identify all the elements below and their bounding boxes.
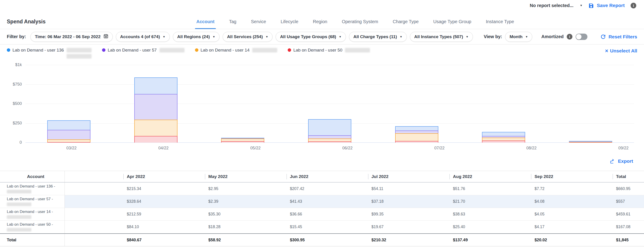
legend-item-label: Lab on Demand - user 136	[12, 48, 64, 53]
value-cell: $37.18	[368, 195, 450, 208]
chevron-down-icon: ▼	[466, 35, 468, 38]
legend-item-0[interactable]: Lab on Demand - user 136	[7, 48, 92, 59]
account-cell: Lab on Demand - user 14 -	[0, 208, 65, 221]
chevron-down-icon[interactable]: ▼	[580, 4, 583, 7]
column-header-total: Total	[613, 174, 644, 179]
bar-segment	[308, 119, 351, 135]
filter-pill-0[interactable]: Time: 06 Mar 2022 - 06 Sep 2022	[30, 32, 112, 42]
legend-dot-icon	[7, 48, 10, 52]
x-axis-label: 03/22	[58, 146, 85, 151]
total-value-cell: $1,845	[613, 238, 644, 243]
bar-segment	[221, 138, 264, 138]
column-header-label: Jul 2022	[372, 174, 388, 179]
bar-segment	[47, 139, 90, 142]
redacted-text	[252, 48, 277, 52]
spend-table: AccountApr 2022May 2022Jun 2022Jul 2022A…	[0, 171, 644, 246]
legend-item-row: Lab on Demand - user 14	[201, 48, 277, 53]
bar-segment	[134, 120, 178, 136]
legend-item-body: Lab on Demand - user 50	[293, 48, 370, 53]
chevron-down-icon: ▼	[212, 35, 215, 38]
tab-account[interactable]: Account	[195, 19, 216, 29]
column-header-aug-2022: Aug 2022	[450, 174, 531, 179]
bar-segment	[47, 130, 90, 139]
filter-pill-label: All Charge Types (11)	[353, 34, 397, 39]
legend-item-label: Lab on Demand - user 57	[108, 48, 156, 53]
gridline	[26, 65, 634, 65]
tab-usage-type-group[interactable]: Usage Type Group	[432, 19, 473, 29]
value-cell: $459.61	[613, 212, 644, 217]
total-value-cell: $137.49	[450, 238, 531, 243]
legend-item-body: Lab on Demand - user 136	[12, 48, 92, 59]
filter-pills: Time: 06 Mar 2022 - 06 Sep 2022Accounts …	[30, 32, 473, 42]
value-cell: $7.72	[531, 186, 613, 191]
column-header-label: Aug 2022	[453, 174, 472, 179]
unselect-all-label: Unselect All	[610, 48, 637, 54]
tab-operating-system[interactable]: Operating System	[340, 19, 380, 29]
value-cell: $41.43	[286, 195, 368, 208]
empty-column	[65, 171, 124, 182]
filter-pill-3[interactable]: All Services (254)▼	[223, 32, 272, 42]
tab-service[interactable]: Service	[250, 19, 268, 29]
tab-charge-type[interactable]: Charge Type	[391, 19, 420, 29]
table-row: Lab on Demand - user 57 -$328.64$2.39$41…	[0, 195, 644, 208]
column-header-label: Apr 2022	[127, 174, 145, 179]
column-header-apr-2022: Apr 2022	[124, 174, 205, 179]
account-column-header: Account	[0, 171, 65, 182]
bar-segment	[308, 135, 351, 138]
x-axis-label: 08/22	[518, 146, 545, 151]
filter-pill-4[interactable]: All Usage Type Groups (68)▼	[276, 32, 346, 42]
value-cell: $21.70	[450, 195, 531, 208]
amortized-toggle[interactable]	[576, 34, 588, 40]
save-report-button[interactable]: Save Report	[588, 3, 625, 8]
filter-pill-6[interactable]: All Instance Types (507)▼	[410, 32, 473, 42]
legend-item-row: Lab on Demand - user 136	[12, 48, 92, 53]
filter-pill-label: All Regions (24)	[177, 34, 210, 39]
tab-lifecycle[interactable]: Lifecycle	[279, 19, 300, 29]
value-cell: $35.30	[205, 212, 286, 217]
plot-area	[26, 65, 634, 143]
y-axis-label: $750	[0, 82, 22, 87]
gridline	[26, 84, 634, 85]
redacted-text	[66, 48, 92, 52]
tab-tag[interactable]: Tag	[228, 19, 238, 29]
bar-segment	[134, 136, 178, 143]
legend-item-3[interactable]: Lab on Demand - user 50	[288, 48, 370, 53]
x-axis-label: 06/22	[334, 146, 361, 151]
legend-dot-icon	[288, 48, 291, 52]
account-cell: Lab on Demand - user 50 -	[0, 221, 65, 233]
reset-filters-button[interactable]: Reset Filters	[600, 34, 637, 39]
filter-pill-2[interactable]: All Regions (24)▼	[173, 32, 220, 42]
column-header-jun-2022: Jun 2022	[286, 174, 368, 179]
empty-cell	[65, 221, 124, 233]
info-icon[interactable]: i	[567, 34, 572, 39]
x-axis-label: 09/22	[610, 146, 637, 151]
bar-segment	[569, 141, 612, 142]
filter-pill-5[interactable]: All Charge Types (11)▼	[349, 32, 407, 42]
account-cell: Lab on Demand - user 57 -	[0, 195, 65, 208]
value-cell: $51.76	[450, 186, 531, 191]
y-axis-label: $500	[0, 101, 22, 106]
unselect-all-button[interactable]: × Unselect All	[605, 48, 637, 54]
redacted-text	[160, 48, 184, 52]
value-cell: $557	[613, 195, 644, 208]
title-bar: Spend Analysis AccountTagServiceLifecycl…	[0, 11, 644, 29]
total-value-cell: $20.02	[531, 238, 613, 243]
tab-instance-type[interactable]: Instance Type	[484, 19, 516, 29]
value-cell: $19.67	[368, 225, 450, 229]
tab-region[interactable]: Region	[312, 19, 328, 29]
export-button[interactable]: Export	[610, 158, 633, 164]
top-bar: No report selected... ▼ Save Report i	[0, 0, 644, 11]
info-icon[interactable]: i	[630, 3, 636, 8]
legend-item-1[interactable]: Lab on Demand - user 57	[102, 48, 184, 53]
legend-items: Lab on Demand - user 136Lab on Demand - …	[7, 48, 380, 59]
total-value-cell: $58.92	[205, 238, 286, 243]
report-selector[interactable]: No report selected... ▼	[530, 3, 582, 8]
account-cell: Lab on Demand - user 136 -	[0, 183, 65, 195]
table-total-row: Total$840.67$58.92$300.95$210.32$137.49$…	[0, 233, 644, 246]
view-by-select[interactable]: Month ▼	[505, 32, 532, 42]
reset-filters-label: Reset Filters	[608, 34, 637, 39]
filter-pill-1[interactable]: Accounts 4 (of 674)▼	[116, 32, 170, 42]
save-icon	[588, 3, 594, 8]
legend-dot-icon	[102, 48, 106, 52]
legend-item-2[interactable]: Lab on Demand - user 14	[195, 48, 277, 53]
